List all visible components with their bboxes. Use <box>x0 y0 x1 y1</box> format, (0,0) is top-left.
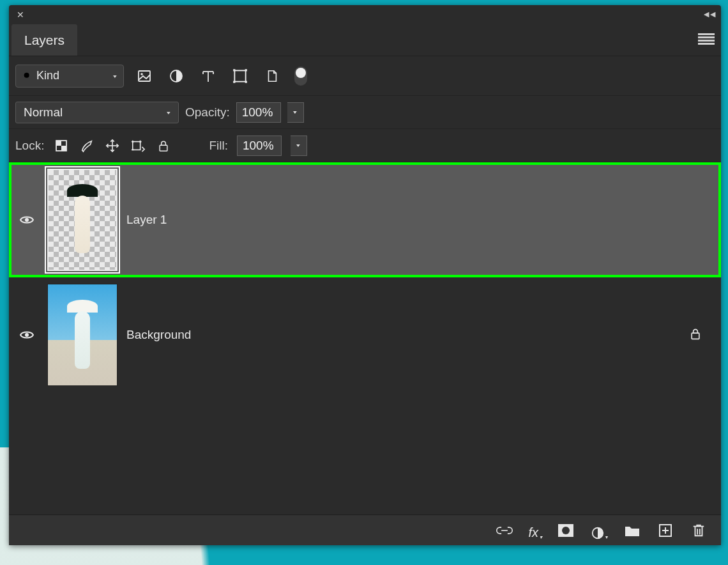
filter-adjustment-icon[interactable] <box>165 65 188 88</box>
svg-rect-12 <box>233 81 235 82</box>
filter-shape-icon[interactable] <box>229 65 252 88</box>
opacity-label: Opacity: <box>185 105 230 120</box>
filter-type-label: Kind <box>36 69 59 82</box>
opacity-value: 100% <box>242 105 273 120</box>
lock-transparent-icon[interactable] <box>53 137 70 154</box>
panel-menu-icon[interactable] <box>698 33 715 45</box>
opacity-dropdown-button[interactable]: ▾ <box>287 102 304 123</box>
svg-point-31 <box>562 527 570 534</box>
layers-tab[interactable]: Layers <box>11 24 77 56</box>
svg-rect-10 <box>233 69 235 71</box>
filter-toggle[interactable] <box>292 65 309 88</box>
visibility-toggle[interactable] <box>15 212 38 228</box>
new-group-icon[interactable] <box>623 521 642 540</box>
link-layers-icon[interactable] <box>495 521 514 540</box>
chevron-down-icon: ▾ <box>540 534 542 540</box>
svg-point-27 <box>25 333 29 337</box>
chevron-down-icon: ▾ <box>605 534 608 540</box>
blend-mode-select[interactable]: Normal ▾ <box>15 102 179 123</box>
opacity-input[interactable]: 100% <box>236 102 281 123</box>
layer-name[interactable]: Background <box>126 328 191 342</box>
blend-mode-row: Normal ▾ Opacity: 100% ▾ <box>9 96 721 129</box>
search-icon <box>22 71 33 81</box>
filter-type-icon[interactable] <box>197 65 220 88</box>
layers-panel: ✕ ◄◄ Layers Kind ▾ <box>9 5 721 545</box>
eye-icon <box>19 212 34 228</box>
visibility-toggle[interactable] <box>15 327 38 343</box>
blend-mode-label: Normal <box>24 105 63 120</box>
svg-line-1 <box>29 77 31 80</box>
lock-all-icon[interactable] <box>155 137 172 154</box>
filter-pixel-icon[interactable] <box>133 65 156 88</box>
svg-point-26 <box>25 218 29 222</box>
lock-label: Lock: <box>15 139 44 153</box>
panel-titlebar: ✕ ◄◄ <box>9 5 721 24</box>
filter-type-select[interactable]: Kind ▾ <box>15 65 124 88</box>
lock-paint-icon[interactable] <box>79 137 95 154</box>
new-adjustment-layer-icon[interactable]: ▾ <box>589 521 609 540</box>
new-layer-icon[interactable] <box>656 521 675 540</box>
svg-rect-16 <box>61 146 66 151</box>
filter-smartobject-icon[interactable] <box>261 65 284 88</box>
layer-list: Layer 1 Background <box>9 162 721 515</box>
chevron-down-icon: ▾ <box>113 73 117 79</box>
layer-name[interactable]: Layer 1 <box>126 213 167 227</box>
collapse-icon[interactable]: ◄◄ <box>702 9 715 19</box>
lock-icon[interactable] <box>689 327 702 343</box>
layer-thumbnail[interactable] <box>47 284 118 386</box>
lock-position-icon[interactable] <box>104 137 121 154</box>
layer-row[interactable]: Background <box>9 277 721 392</box>
panel-tab-row: Layers <box>9 24 721 56</box>
svg-rect-13 <box>245 81 247 82</box>
chevron-down-icon: ▾ <box>293 109 297 115</box>
lock-row: Lock: Fill: 100% ▾ <box>9 129 721 162</box>
fill-value: 100% <box>243 139 274 153</box>
chevron-down-icon: ▾ <box>167 109 171 116</box>
svg-rect-28 <box>692 333 699 339</box>
layers-tab-label: Layers <box>24 33 64 48</box>
svg-point-3 <box>140 73 143 75</box>
eye-icon <box>19 327 34 343</box>
fill-dropdown-button[interactable]: ▾ <box>291 135 307 156</box>
add-mask-icon[interactable] <box>556 521 575 540</box>
svg-rect-11 <box>245 69 247 71</box>
fx-icon[interactable]: fx▾ <box>528 521 542 540</box>
fill-label: Fill: <box>209 139 228 153</box>
svg-rect-9 <box>234 70 245 81</box>
layer-thumbnail[interactable] <box>47 169 118 271</box>
svg-point-0 <box>24 72 29 77</box>
svg-rect-19 <box>133 141 140 150</box>
chevron-down-icon: ▾ <box>296 143 300 148</box>
svg-rect-25 <box>160 145 168 151</box>
close-icon[interactable]: ✕ <box>14 8 27 21</box>
layer-filter-row: Kind ▾ <box>9 56 721 96</box>
layer-row-selected[interactable]: Layer 1 <box>9 162 721 277</box>
fill-input[interactable]: 100% <box>237 135 282 156</box>
svg-rect-15 <box>56 141 61 146</box>
fx-label: fx <box>528 525 538 540</box>
lock-artboard-icon[interactable] <box>130 137 146 154</box>
delete-layer-icon[interactable] <box>689 521 708 540</box>
layers-bottom-toolbar: fx▾ ▾ <box>9 515 721 545</box>
